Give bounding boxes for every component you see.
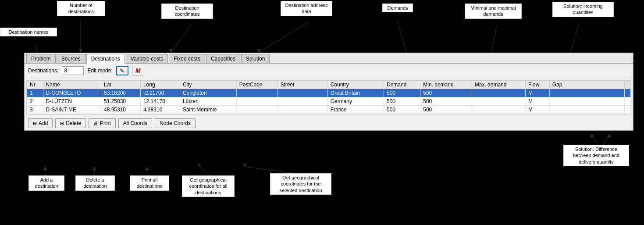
callout-destination-names: Destination names — [0, 28, 57, 36]
svg-marker-5 — [257, 49, 260, 53]
callout-demands: Demands — [382, 4, 413, 12]
destinations-table-container: Nr Name Lat Long City PostCode Street Co… — [26, 80, 631, 114]
svg-marker-19 — [145, 167, 149, 170]
tab-bar: Problem Sources Destinations Variable co… — [25, 53, 633, 64]
callout-get-selected-coords: Get geographical coordinates for the sel… — [270, 173, 331, 195]
col-header-gap: Gap — [549, 81, 624, 89]
svg-marker-23 — [243, 163, 246, 167]
callout-number-of-destinations: Number of destinations — [57, 1, 105, 16]
callout-destination-coordinates: Destination coordinates — [161, 4, 213, 19]
cell-long: 4.38310 — [140, 106, 180, 114]
col-header-demand: Demand — [384, 81, 420, 89]
cell-gap — [549, 97, 624, 106]
table-row[interactable]: 2 D-LÜTZEN 51.25830 12.14170 Lützen Germ… — [27, 97, 631, 106]
tab-variable-costs[interactable]: Variable costs — [126, 54, 168, 63]
node-coords-button[interactable]: Node Coords — [155, 118, 196, 128]
cell-postcode — [236, 106, 278, 114]
destinations-label: Destinations: — [28, 68, 58, 74]
cell-long: 12.14170 — [140, 97, 180, 106]
tab-destinations[interactable]: Destinations — [86, 54, 125, 64]
add-icon: ⊞ — [33, 121, 37, 126]
cell-demand: 500 — [384, 97, 420, 106]
col-header-min-demand: Min. demand — [420, 81, 472, 89]
add-button[interactable]: ⊞ Add — [28, 118, 53, 128]
svg-marker-3 — [169, 49, 173, 53]
edit-mode-label: Edit mode: — [87, 68, 112, 74]
table-row[interactable]: 1 D-CONGLETO 53.16200 -2.21700 Congleton… — [27, 89, 631, 97]
cell-street — [278, 89, 327, 97]
cell-min-demand: 500 — [420, 89, 472, 97]
callout-destination-address-data: Destination address data — [281, 1, 332, 16]
delete-button[interactable]: ⊟ Delete — [55, 118, 86, 128]
cell-scroll — [625, 97, 631, 106]
callout-add-destination: Add a destination — [28, 175, 64, 191]
cell-lat: 48.95310 — [101, 106, 140, 114]
table-row[interactable]: 3 D-SAINT-ME 48.95310 4.38310 Saint-Memm… — [27, 106, 631, 114]
cell-gap — [549, 89, 624, 97]
cell-name: D-CONGLETO — [43, 89, 101, 97]
tab-solution[interactable]: Solution — [241, 54, 270, 63]
table-header-row: Nr Name Lat Long City PostCode Street Co… — [27, 81, 631, 89]
col-header-city: City — [180, 81, 236, 89]
all-coords-label: All Coords — [123, 120, 147, 126]
tab-problem[interactable]: Problem — [26, 54, 56, 63]
cell-name: D-LÜTZEN — [43, 97, 101, 106]
cell-demand: 500 — [384, 89, 420, 97]
cell-max-demand — [472, 97, 525, 106]
button-row: ⊞ Add ⊟ Delete 🖨 Print All Coords Node C… — [25, 116, 633, 130]
col-header-street: Street — [278, 81, 327, 89]
edit-icon-manual[interactable]: M — [132, 66, 144, 75]
callout-delete-destination: Delete a destination — [75, 175, 115, 191]
col-header-flow: Flow — [526, 81, 550, 89]
cell-nr: 3 — [27, 106, 43, 114]
cell-postcode — [236, 89, 278, 97]
print-label: Print — [100, 120, 111, 126]
cell-nr: 2 — [27, 97, 43, 106]
cell-max-demand — [472, 106, 525, 114]
cell-lat: 51.25830 — [101, 97, 140, 106]
add-label: Add — [39, 120, 48, 126]
cell-country: Great Britain — [327, 89, 384, 97]
col-header-lat: Lat — [101, 81, 140, 89]
cell-min-demand: 500 — [420, 106, 472, 114]
cell-lat: 53.16200 — [101, 89, 140, 97]
cell-flow: M — [526, 89, 550, 97]
destinations-input[interactable] — [62, 66, 84, 75]
svg-marker-21 — [198, 163, 201, 167]
callout-get-all-coords: Get geographical coordinates for all des… — [182, 175, 235, 197]
cell-gap — [549, 106, 624, 114]
col-header-country: Country — [327, 81, 384, 89]
tab-capacities[interactable]: Capacities — [206, 54, 240, 63]
callout-minimal-maximal-demands: Minimal and maximal demands — [465, 4, 522, 19]
app-window: Problem Sources Destinations Variable co… — [24, 53, 633, 131]
svg-marker-1 — [79, 49, 82, 53]
cell-flow: M — [526, 97, 550, 106]
destinations-table: Nr Name Lat Long City PostCode Street Co… — [27, 80, 631, 114]
edit-icon-pencil[interactable]: ✎ — [116, 66, 128, 75]
toolbar-row: Destinations: Edit mode: ✎ M — [25, 64, 633, 78]
delete-icon: ⊟ — [60, 121, 64, 126]
node-coords-label: Node Coords — [160, 120, 191, 126]
cell-name: D-SAINT-ME — [43, 106, 101, 114]
print-button[interactable]: 🖨 Print — [89, 118, 116, 128]
cell-postcode — [236, 97, 278, 106]
print-icon: 🖨 — [93, 121, 98, 126]
cell-flow: M — [526, 106, 550, 114]
cell-scroll — [625, 106, 631, 114]
svg-marker-26 — [590, 134, 594, 137]
col-header-name: Name — [43, 81, 101, 89]
all-coords-button[interactable]: All Coords — [118, 118, 152, 128]
cell-street — [278, 97, 327, 106]
cell-city: Congleton — [180, 89, 236, 97]
svg-line-2 — [171, 25, 191, 53]
tab-fixed-costs[interactable]: Fixed costs — [169, 54, 205, 63]
svg-marker-27 — [608, 134, 611, 137]
cell-long: -2.21700 — [140, 89, 180, 97]
cell-scroll — [625, 89, 631, 97]
col-header-nr: Nr — [27, 81, 43, 89]
svg-marker-15 — [43, 167, 47, 170]
cell-city: Saint-Memmie — [180, 106, 236, 114]
tab-sources[interactable]: Sources — [57, 54, 85, 63]
cell-country: Germany — [327, 97, 384, 106]
svg-line-4 — [259, 22, 309, 53]
